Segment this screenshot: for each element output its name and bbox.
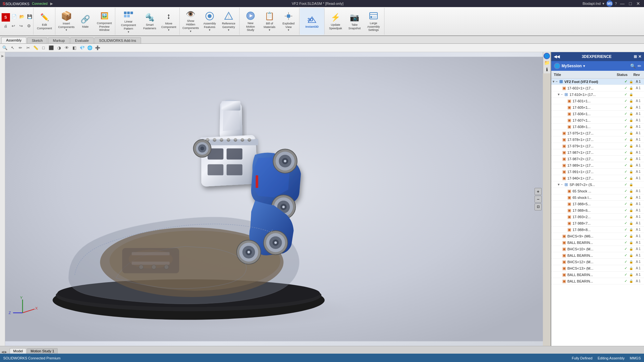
collapse-right-btn[interactable]: ◀◀ [554,54,560,59]
globe-icon-btn[interactable]: 🌐 [544,53,550,59]
exploded-dropdown[interactable]: ▼ [287,29,290,32]
tree-item[interactable]: ▣17-991<1> (17...✓🔒A 1 [551,169,644,175]
section-view-icon[interactable]: ◧ [71,44,78,51]
exploded-view-btn[interactable]: ExplodedView ▼ [279,9,298,34]
tree-item[interactable]: ▣17-602<1> (17...✓🔒A 1 [551,85,644,91]
tab-sketch[interactable]: Sketch [27,37,48,43]
assembly-features-dropdown[interactable]: ▼ [208,29,211,32]
next-tab-btn[interactable]: ▶ [5,350,7,354]
tree-item[interactable]: ▣BALL BEARIN...✓🔒A 1 [551,252,644,259]
tree-item[interactable]: ▣65 Shock ...✓🔒A 1 [551,188,644,194]
tree-item[interactable]: ▼−⊞VF2 Foot (VF2 Foot)✓🔒A 1 [551,79,644,85]
reference-geometry-dropdown[interactable]: ▼ [227,29,230,32]
tree-item[interactable]: ▣BALL BEARIN...✓🔒A 1 [551,272,644,278]
tree-item[interactable]: ▣17-605<1...✓🔒A 1 [551,104,644,111]
search-icon[interactable]: 🔍 [1,44,8,51]
save-btn[interactable]: 💾 [26,13,33,20]
open-file-btn[interactable]: 📂 [18,13,25,20]
solidworks-logo-btn[interactable]: S [2,13,10,22]
component-preview-btn[interactable]: 🖼️ ComponentPreviewWindow [95,9,114,34]
tree-item[interactable]: ▼−⊞17-610<1> (17...✓🔒 [551,91,644,98]
tree-item[interactable]: ▣17-607<1...✓🔒A 1 [551,117,644,124]
session-dropdown-arrow[interactable]: ▾ [583,64,585,68]
view-orientation-icon[interactable]: ⬛ [48,44,55,51]
tree-expand-btn[interactable]: ▼ [556,92,561,97]
trim-icon[interactable]: ✂ [24,44,32,51]
take-snapshot-btn[interactable]: 📷 TakeSnapshot [345,9,364,34]
tab-markup[interactable]: Markup [48,37,70,43]
tree-item[interactable]: ▣17-601<1...✓🔒A 1 [551,98,644,104]
tab-addins[interactable]: SOLIDWORKS Add-Ins [94,37,141,43]
tree-item[interactable]: ▣65 shock l...✓🔒A 1 [551,194,644,201]
tree-item[interactable]: ▣BALL BEARIN...✓🔒A 1 [551,278,644,284]
panel-expand-btn[interactable]: ⊞ [634,54,637,59]
tab-assembly[interactable]: Assembly [1,37,26,43]
tree-content[interactable]: ▼−⊞VF2 Foot (VF2 Foot)✓🔒A 1 ▣17-602<1> (… [551,79,644,346]
featuremgr-icon-btn[interactable]: 📁 [544,60,550,66]
tree-expand-btn[interactable]: ▼ [551,79,556,84]
tree-item[interactable]: ▣17-988<8...✓🔒A 1 [551,227,644,233]
settings-btn[interactable]: ⚙ [25,23,33,30]
mate-btn[interactable]: 🔗 Mate [76,9,95,34]
smart-fasteners-btn[interactable]: 🔩 SmartFasteners [140,9,159,34]
redo-btn[interactable]: ↪ [18,23,25,30]
tab-evaluate[interactable]: Evaluate [70,37,94,43]
edit-component-btn[interactable]: ✏️ EditComponent [35,9,54,34]
zoom-in-btn[interactable]: + [535,188,542,195]
extra-icon[interactable]: ➕ [94,44,101,51]
tree-item[interactable]: ▣17-993<2...✓🔒A 1 [551,214,644,220]
panel-close-btn[interactable]: ✕ [638,54,641,59]
restore-btn[interactable]: □ [628,1,633,6]
edit-session-icon[interactable]: ✏ [638,63,641,69]
instant3d-btn[interactable]: 3D Instant3D [301,9,323,34]
tree-item[interactable]: ▣17-606<1...✓🔒A 1 [551,111,644,117]
tree-item[interactable]: ▣17-989<1> (17...✓🔒A 1 [551,162,644,169]
tree-item[interactable]: ▣17-987<2> (17...✓🔒A 1 [551,156,644,162]
user-avatar[interactable]: MS [606,0,613,7]
tree-item[interactable]: ▣17-988<5...✓🔒A 1 [551,201,644,207]
zoom-out-btn[interactable]: − [535,196,542,203]
move-component-btn[interactable]: ↕️ MoveComponent ▼ [159,9,178,34]
expand-icon[interactable]: ▶ [50,2,53,6]
tree-item[interactable]: ▣BHCS<10> (M...✓🔒A 1 [551,246,644,252]
collapse-assembly-btn[interactable]: − [561,93,563,96]
tree-item[interactable]: ▣BHCS<9> (M6...✓🔒A 1 [551,233,644,239]
select-icon[interactable]: ↖ [9,44,16,51]
tree-item[interactable]: ▣BALL BEARIN...✓🔒A 1 [551,239,644,246]
viewport[interactable]: X Y Z + − ⊡ [5,52,543,346]
collapse-assembly-btn[interactable]: − [561,183,563,186]
minimize-btn[interactable]: — [619,1,626,6]
tree-item[interactable]: ▼−⊞SP-997<2> (S...✓🔒 [551,181,644,188]
property-icon-btn[interactable]: ℹ [544,66,550,73]
sketch-icon[interactable]: ✏ [17,44,24,51]
close-btn[interactable]: ✕ [635,1,641,6]
show-hidden-dropdown[interactable]: ▼ [189,30,192,33]
bottom-tab-motion[interactable]: Motion Study 1 [27,348,58,354]
move-dropdown[interactable]: ▼ [167,29,170,32]
undo-btn[interactable]: ↩ [10,23,17,30]
tree-item[interactable]: ▣17-987<1> (17...✓🔒A 1 [551,149,644,156]
tree-item[interactable]: ▣BHCS<12> (M...✓🔒A 1 [551,259,644,265]
display-style-icon[interactable]: ◑ [55,44,62,51]
bottom-tab-model[interactable]: Model [10,348,26,354]
left-panel-toggle[interactable]: ◀ [1,53,4,60]
tree-item[interactable]: ▣17-608<1...✓🔒A 1 [551,124,644,130]
tree-item[interactable]: ▣17-988<7...✓🔒A 1 [551,220,644,227]
search-session-icon[interactable]: 🔍 [630,63,636,69]
session-name[interactable]: MySession [562,64,582,68]
view3d-icon[interactable]: □ [40,44,47,51]
bill-of-materials-btn[interactable]: 📋 Bill ofMaterials ▼ [260,9,279,34]
prev-tab-btn[interactable]: ◀ [1,350,4,354]
tree-item[interactable]: ▣17-979<1> (17...✓🔒A 1 [551,143,644,149]
scene-icon[interactable]: 🌐 [86,44,93,51]
user-dropdown[interactable]: ▾ [602,2,604,6]
tree-item[interactable]: ▣BHCS<13> (M...✓🔒A 1 [551,265,644,272]
tree-expand-btn[interactable]: ▼ [556,182,561,187]
print-btn[interactable]: 🖨 [2,23,9,30]
measure-icon[interactable]: 📏 [32,44,39,51]
reference-geometry-btn[interactable]: ReferenceGeometry ▼ [219,9,238,34]
insert-components-btn[interactable]: 📦 InsertComponents ▼ [57,9,76,34]
assembly-features-btn[interactable]: AssemblyFeatures ▼ [200,9,219,34]
zoom-fit-btn[interactable]: ⊡ [535,203,542,210]
tree-item[interactable]: ▣17-988<6...✓🔒A 1 [551,207,644,214]
